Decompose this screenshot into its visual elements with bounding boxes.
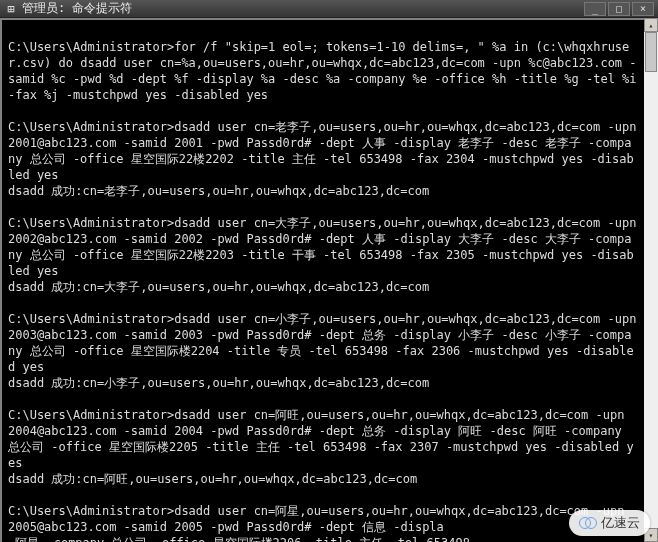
minimize-button[interactable]: _ [584, 2, 606, 16]
cloud-icon [579, 517, 597, 529]
scroll-track[interactable] [644, 32, 658, 528]
cmd-icon: ⊞ [4, 2, 18, 16]
window-controls: _ □ × [584, 2, 654, 16]
terminal-output[interactable]: C:\Users\Administrator>for /f "skip=1 eo… [0, 18, 644, 542]
close-button[interactable]: × [632, 2, 654, 16]
scroll-up-button[interactable]: ▴ [644, 18, 658, 32]
window-title: 管理员: 命令提示符 [22, 0, 584, 17]
watermark-text: 亿速云 [601, 514, 640, 532]
vertical-scrollbar[interactable]: ▴ ▾ [644, 18, 658, 542]
watermark-badge: 亿速云 [569, 510, 650, 536]
window-titlebar: ⊞ 管理员: 命令提示符 _ □ × [0, 0, 658, 18]
scroll-thumb[interactable] [645, 32, 657, 72]
maximize-button[interactable]: □ [608, 2, 630, 16]
